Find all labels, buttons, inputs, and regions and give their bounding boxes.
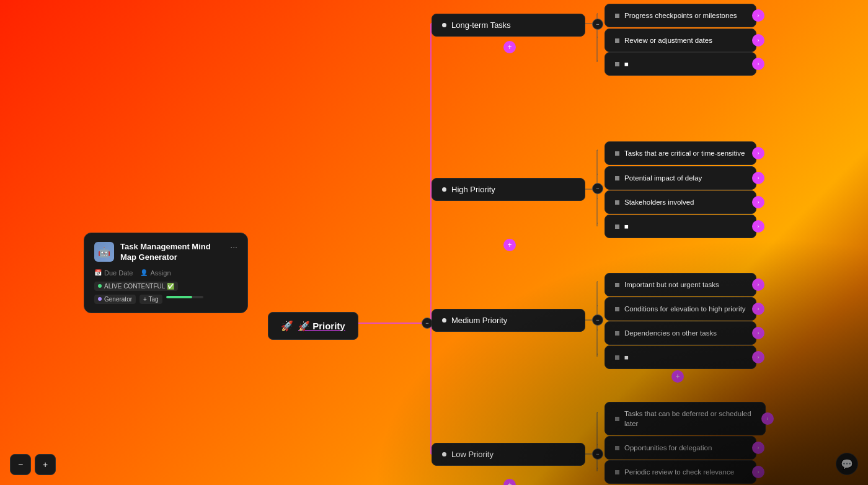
leaf-lt3[interactable]: ■ › [604,52,756,76]
longterm-node[interactable]: Long-term Tasks [432,14,585,37]
status-tag: ALIVE CONTENTFUL ✅ [94,282,178,291]
zoom-in-button[interactable]: + [35,454,56,475]
lt1-square [615,14,619,18]
person-icon: 👤 [140,269,148,276]
m2-text: Conditions for elevation to high priorit… [624,304,746,314]
lt3-arrow[interactable]: › [752,58,764,70]
m3-arrow[interactable]: › [752,327,764,339]
task-card: 🤖 Task Management Mind Map Generator ···… [84,233,248,313]
leaf-lt2[interactable]: Review or adjustment dates › [604,29,756,52]
low-dot [442,452,446,456]
root-node[interactable]: 🚀 🚀 Priority [268,312,358,340]
generator-tag[interactable]: Generator [94,295,136,304]
leaf-lt1[interactable]: Progress checkpoints or milestones › [604,4,756,27]
h2-square [615,176,619,180]
l3-text: Periodic review to check relevance [624,467,734,477]
longterm-dot [442,23,446,27]
m4-square [615,355,619,360]
lt2-square [615,38,619,43]
m2-square [615,307,619,311]
leaf-l2[interactable]: Opportunities for delegation › [604,436,756,460]
high-priority-label: High Priority [451,185,495,194]
h2-arrow[interactable]: › [752,172,764,184]
h4-text: ■ [624,221,629,231]
longterm-collapse-btn[interactable]: − [592,19,603,30]
task-card-menu[interactable]: ··· [230,242,237,252]
due-date-meta[interactable]: 📅 Due Date [94,269,133,277]
leaf-m4[interactable]: ■ › [604,345,756,369]
h3-text: Stakeholders involved [624,197,694,207]
medium-add-btn[interactable]: + [671,370,684,383]
high-priority-node[interactable]: High Priority [432,178,585,201]
progress-bar [166,296,203,298]
m1-text: Important but not urgent tasks [624,280,719,290]
longterm-add-btn[interactable]: + [503,41,516,53]
assign-meta[interactable]: 👤 Assign [140,269,170,277]
l2-arrow[interactable]: › [752,442,764,454]
task-card-icon: 🤖 [94,242,114,262]
m3-text: Dependencies on other tasks [624,328,717,338]
medium-priority-label: Medium Priority [451,316,507,325]
h1-text: Tasks that are critical or time-sensitiv… [624,148,745,158]
bottom-toolbar: − + [10,454,56,475]
leaf-l1[interactable]: Tasks that can be deferred or scheduled … [604,402,766,435]
lt1-arrow[interactable]: › [752,9,764,22]
lt3-text: ■ [624,59,629,69]
l3-square [615,470,619,474]
leaf-m3[interactable]: Dependencies on other tasks › [604,321,756,345]
low-priority-label: Low Priority [451,450,494,459]
l1-arrow[interactable]: › [761,412,774,425]
m4-text: ■ [624,352,629,362]
h1-arrow[interactable]: › [752,147,764,159]
h3-square [615,200,619,205]
leaf-m1[interactable]: Important but not urgent tasks › [604,273,756,296]
leaf-l3[interactable]: Periodic review to check relevance › [604,460,756,484]
zoom-out-button[interactable]: − [10,454,31,475]
low-collapse-btn[interactable]: − [592,448,603,460]
rocket-icon: 🚀 [281,320,293,332]
l1-text: Tasks that can be deferred or scheduled … [624,409,755,429]
task-card-title: Task Management Mind Map Generator [120,242,224,263]
medium-priority-node[interactable]: Medium Priority [432,309,585,332]
l3-arrow[interactable]: › [752,466,764,478]
chat-button[interactable]: 💬 [836,453,858,475]
chat-icon: 💬 [841,458,853,470]
m2-arrow[interactable]: › [752,303,764,315]
lt1-text: Progress checkpoints or milestones [624,11,737,20]
l2-square [615,446,619,450]
calendar-icon: 📅 [94,269,102,276]
l2-text: Opportunities for delegation [624,443,712,453]
m4-arrow[interactable]: › [752,351,764,363]
lt2-text: Review or adjustment dates [624,35,712,45]
leaf-h4[interactable]: ■ › [604,215,756,238]
l1-square [615,417,619,421]
h4-arrow[interactable]: › [752,220,764,233]
add-tag-button[interactable]: + Tag [140,295,162,304]
leaf-m2[interactable]: Conditions for elevation to high priorit… [604,297,756,321]
longterm-label: Long-term Tasks [451,20,511,30]
high-dot [442,187,446,192]
m1-arrow[interactable]: › [752,278,764,291]
low-priority-node[interactable]: Low Priority [432,443,585,466]
leaf-h2[interactable]: Potential impact of delay › [604,166,756,190]
h3-arrow[interactable]: › [752,196,764,208]
lt2-arrow[interactable]: › [752,34,764,47]
high-add-btn[interactable]: + [503,239,516,251]
lt3-square [615,62,619,66]
h2-text: Potential impact of delay [624,173,702,183]
m3-square [615,331,619,336]
m1-square [615,283,619,287]
h4-square [615,225,619,229]
leaf-h3[interactable]: Stakeholders involved › [604,190,756,214]
medium-collapse-btn[interactable]: − [592,314,603,326]
root-node-label: 🚀 Priority [298,321,345,332]
leaf-h1[interactable]: Tasks that are critical or time-sensitiv… [604,141,756,165]
high-collapse-btn[interactable]: − [592,183,603,194]
low-add-btn[interactable]: + [503,479,516,485]
medium-dot [442,318,446,323]
h1-square [615,151,619,156]
